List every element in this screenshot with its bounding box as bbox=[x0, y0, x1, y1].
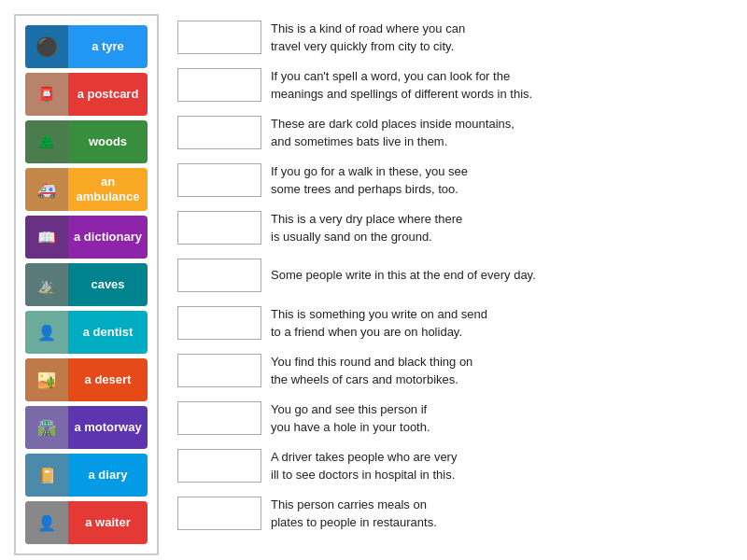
answer-input-11[interactable] bbox=[177, 497, 261, 530]
definition-text-6: Some people write in this at the end of … bbox=[271, 266, 536, 285]
definition-text-11: This person carries meals onplates to pe… bbox=[271, 496, 437, 532]
thumb-woods: 🌲 bbox=[25, 120, 68, 163]
thumb-dictionary: 📖 bbox=[25, 216, 68, 259]
word-card-desert[interactable]: 🏜️ a desert bbox=[25, 358, 148, 401]
definition-text-10: A driver takes people who are veryill to… bbox=[271, 448, 457, 484]
thumb-postcard: 📮 bbox=[25, 73, 68, 116]
word-card-waiter[interactable]: 👤 a waiter bbox=[25, 501, 148, 544]
definition-list: This is a kind of road where you cantrav… bbox=[177, 14, 733, 546]
thumb-ambulance: 🚑 bbox=[25, 168, 68, 211]
word-list: ⚫ a tyre 📮 a postcard 🌲 woods 🚑 an ambul… bbox=[14, 14, 159, 555]
word-card-motorway[interactable]: 🛣️ a motorway bbox=[25, 406, 148, 449]
answer-input-7[interactable] bbox=[177, 306, 261, 340]
main-container: ⚫ a tyre 📮 a postcard 🌲 woods 🚑 an ambul… bbox=[0, 0, 747, 560]
definition-row-4: If you go for a walk in these, you seeso… bbox=[177, 159, 733, 202]
thumb-waiter: 👤 bbox=[25, 501, 68, 544]
definition-row-7: This is something you write on and sendt… bbox=[177, 301, 733, 344]
answer-input-6[interactable] bbox=[177, 259, 261, 292]
definition-text-7: This is something you write on and sendt… bbox=[271, 305, 487, 342]
word-card-dictionary[interactable]: 📖 a dictionary bbox=[25, 216, 148, 259]
definition-row-6: Some people write in this at the end of … bbox=[177, 254, 733, 297]
definition-row-9: You go and see this person ifyou have a … bbox=[177, 397, 733, 440]
definition-text-4: If you go for a walk in these, you seeso… bbox=[271, 162, 468, 199]
definition-text-8: You find this round and black thing onth… bbox=[271, 353, 472, 389]
answer-input-10[interactable] bbox=[177, 449, 261, 483]
definition-text-9: You go and see this person ifyou have a … bbox=[271, 400, 430, 437]
word-card-dentist[interactable]: 👤 a dentist bbox=[25, 311, 148, 354]
label-diary: a diary bbox=[68, 466, 148, 484]
answer-input-3[interactable] bbox=[177, 116, 261, 149]
definition-row-8: You find this round and black thing onth… bbox=[177, 349, 733, 392]
label-dictionary: a dictionary bbox=[68, 228, 148, 246]
thumb-diary: 📔 bbox=[25, 454, 68, 497]
definition-row-11: This person carries meals onplates to pe… bbox=[177, 492, 733, 535]
answer-input-9[interactable] bbox=[177, 401, 261, 435]
thumb-desert: 🏜️ bbox=[25, 358, 68, 401]
word-card-tyre[interactable]: ⚫ a tyre bbox=[25, 25, 148, 68]
label-postcard: a postcard bbox=[68, 85, 148, 104]
answer-input-5[interactable] bbox=[177, 211, 261, 245]
definition-text-1: This is a kind of road where you cantrav… bbox=[271, 20, 465, 56]
label-motorway: a motorway bbox=[68, 418, 148, 437]
label-ambulance: an ambulance bbox=[68, 173, 148, 205]
word-card-caves[interactable]: ⛰️ caves bbox=[25, 263, 148, 306]
thumb-tyre: ⚫ bbox=[25, 25, 68, 68]
definition-text-3: These are dark cold places inside mounta… bbox=[271, 115, 514, 151]
answer-input-4[interactable] bbox=[177, 163, 261, 197]
answer-input-2[interactable] bbox=[177, 68, 261, 102]
definition-row-10: A driver takes people who are veryill to… bbox=[177, 444, 733, 487]
thumb-motorway: 🛣️ bbox=[25, 406, 68, 449]
word-card-postcard[interactable]: 📮 a postcard bbox=[25, 73, 148, 116]
label-caves: caves bbox=[68, 275, 148, 294]
label-dentist: a dentist bbox=[68, 323, 148, 342]
word-card-woods[interactable]: 🌲 woods bbox=[25, 120, 148, 163]
definition-row-3: These are dark cold places inside mounta… bbox=[177, 111, 733, 154]
label-tyre: a tyre bbox=[68, 37, 148, 56]
label-waiter: a waiter bbox=[68, 513, 148, 532]
label-woods: woods bbox=[68, 133, 148, 151]
word-card-ambulance[interactable]: 🚑 an ambulance bbox=[25, 168, 148, 211]
answer-input-8[interactable] bbox=[177, 354, 261, 387]
thumb-caves: ⛰️ bbox=[25, 263, 68, 306]
word-card-diary[interactable]: 📔 a diary bbox=[25, 454, 148, 497]
definition-text-5: This is a very dry place where thereis u… bbox=[271, 210, 462, 246]
definition-row-5: This is a very dry place where thereis u… bbox=[177, 206, 733, 249]
label-desert: a desert bbox=[68, 371, 148, 389]
answer-input-1[interactable] bbox=[177, 21, 261, 54]
definition-row-2: If you can't spell a word, you can look … bbox=[177, 63, 733, 106]
thumb-dentist: 👤 bbox=[25, 311, 68, 354]
definition-text-2: If you can't spell a word, you can look … bbox=[271, 67, 532, 104]
definition-row-1: This is a kind of road where you cantrav… bbox=[177, 16, 733, 59]
